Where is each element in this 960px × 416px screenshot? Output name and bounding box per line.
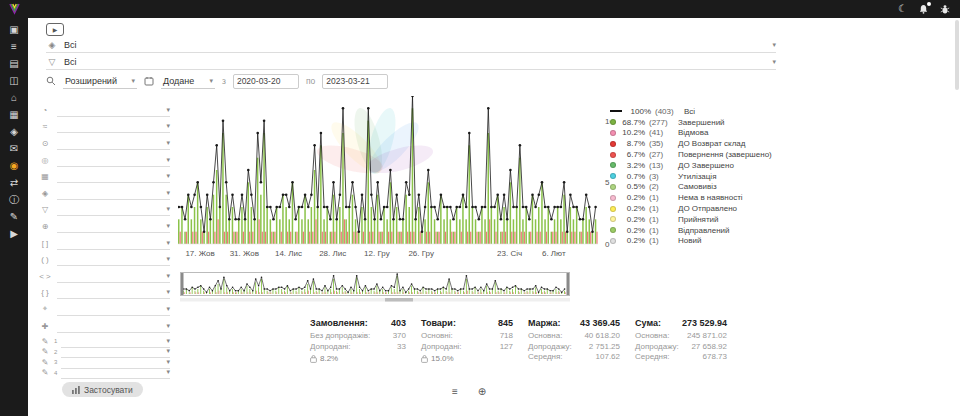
legend-item[interactable]: 6.7%(27)Повернення (завершено) xyxy=(610,149,810,160)
svg-text:28. Лис: 28. Лис xyxy=(319,249,346,258)
legend-item[interactable]: 0.2%(1)ДО Отправлено xyxy=(610,203,810,214)
integrations-icon[interactable]: ⇄ xyxy=(10,178,18,188)
legend-item[interactable]: 0.7%(3)Утилізація xyxy=(610,171,810,182)
legend-item[interactable]: 0.2%(1)Новий xyxy=(610,236,810,247)
filter-select[interactable]: ▾ xyxy=(57,137,170,150)
stat-label: Товари: xyxy=(421,318,456,328)
stat-subvalue: 27 658.92 xyxy=(691,342,727,353)
legend-percent: 68.7% xyxy=(620,118,645,127)
main-content: ▶ ◈ Всі ▾ ▽ Всі ▾ Розширений ▾ Д xyxy=(28,18,960,416)
analytics-icon[interactable]: ◉ xyxy=(10,161,19,171)
stat-label: Сума: xyxy=(635,318,661,328)
legend-percent: 10.2% xyxy=(620,128,645,137)
filter-icon: ◎ xyxy=(38,156,52,165)
scrollbar-thumb xyxy=(385,298,413,302)
legend-item[interactable]: 68.7%(277)Завершений xyxy=(610,117,810,128)
chart-brush-overview[interactable] xyxy=(180,272,575,306)
dashboard-icon[interactable]: ▣ xyxy=(9,25,18,35)
info-icon[interactable]: ⓘ xyxy=(9,195,19,205)
edit-icon[interactable]: ✎ xyxy=(10,212,18,222)
chevron-down-icon: ▾ xyxy=(166,172,170,180)
svg-text:14. Лис: 14. Лис xyxy=(275,249,302,258)
stat-column: Маржа:43 369.45Основна:40 618.20Допродаж… xyxy=(528,318,620,363)
funnel-filter-select[interactable]: ▽ Всі ▾ xyxy=(46,54,776,70)
filter-select[interactable]: ▾ xyxy=(57,120,170,133)
filter-select[interactable]: ▾ xyxy=(57,104,170,117)
date-from-input[interactable] xyxy=(233,74,299,89)
stat-subrow: Допродажу:27 658.92 xyxy=(635,342,727,353)
date-field-value: Додане xyxy=(163,76,194,86)
clients-icon[interactable]: ◫ xyxy=(9,76,18,86)
video-tutorial-button[interactable]: ▶ xyxy=(46,23,64,36)
filter-row: ( )▾ xyxy=(38,251,170,268)
video-icon[interactable]: ▶ xyxy=(10,229,18,239)
legend-count: (1) xyxy=(649,193,674,202)
upsell-percent: 8.2% xyxy=(310,354,406,363)
filter-select[interactable]: ▾ xyxy=(57,237,170,250)
filter-icon: ▦ xyxy=(38,172,52,181)
filter-select[interactable]: ▾ xyxy=(57,154,170,167)
filter-select[interactable]: ▾ xyxy=(61,366,170,379)
legend-label: ДО Завершено xyxy=(678,161,734,170)
stat-sublabel: Середня: xyxy=(528,352,563,363)
filter-select[interactable]: ▾ xyxy=(57,253,170,266)
svg-text:17. Жов: 17. Жов xyxy=(185,249,214,258)
home-icon[interactable]: ⌂ xyxy=(11,93,17,103)
legend-item[interactable]: 3.2%(13)ДО Завершено xyxy=(610,160,810,171)
legend-label: Прийнятий xyxy=(678,215,719,224)
filter-icon: ⊙ xyxy=(38,139,52,148)
pencil-number: 2 xyxy=(54,349,59,355)
legend-dot xyxy=(610,195,616,201)
legend-item[interactable]: 0.2%(1)Прийнятий xyxy=(610,214,810,225)
date-field-select[interactable]: Додане ▾ xyxy=(161,74,215,89)
filter-select[interactable]: ▾ xyxy=(57,270,170,283)
legend-item[interactable]: 0.5%(2)Самовивіз xyxy=(610,182,810,193)
filter-select[interactable]: ▾ xyxy=(57,220,170,233)
legend-item[interactable]: 10.2%(41)Відмова xyxy=(610,128,810,139)
filter-select[interactable]: ▾ xyxy=(57,286,170,299)
status-filter-select[interactable]: ◈ Всі ▾ xyxy=(46,37,776,53)
apply-button[interactable]: Застосувати xyxy=(62,382,143,397)
filter-select[interactable]: ▾ xyxy=(57,203,170,216)
search-mode-select[interactable]: Розширений ▾ xyxy=(63,74,137,89)
filter-select[interactable]: ▾ xyxy=(57,170,170,183)
debug-bug-icon[interactable] xyxy=(940,4,950,14)
tags-icon[interactable]: ◈ xyxy=(10,127,18,137)
filter-icon: [ ] xyxy=(38,239,52,248)
filter-select[interactable]: ▾ xyxy=(57,187,170,200)
chevron-down-icon: ▾ xyxy=(772,41,776,49)
list-view-icon[interactable]: ≡ xyxy=(452,386,458,397)
app-logo-icon xyxy=(8,3,21,15)
products-icon[interactable]: ▦ xyxy=(9,110,18,120)
legend-item[interactable]: 100%(403)Всі xyxy=(610,106,810,117)
filter-select[interactable]: ▾ xyxy=(57,303,170,316)
globe-icon[interactable]: ⊕ xyxy=(478,386,486,397)
legend-dot xyxy=(610,162,616,168)
legend-count: (1) xyxy=(649,226,674,235)
legend-item[interactable]: 0.2%(1)Нема в наявності xyxy=(610,192,810,203)
stat-sublabel: Допродані: xyxy=(310,342,351,353)
legend-dot xyxy=(610,173,616,179)
legend-label: Відправлений xyxy=(678,226,730,235)
legend-item[interactable]: 0.2%(1)Відправлений xyxy=(610,225,810,236)
filter-row: [ ]▾ xyxy=(38,235,170,252)
stat-value: 273 529.94 xyxy=(682,318,727,328)
filter-row: < >▾ xyxy=(38,268,170,285)
theme-moon-icon[interactable]: ☾ xyxy=(898,4,907,14)
filter-select[interactable]: ▾ xyxy=(57,320,170,333)
mail-icon[interactable]: ✉ xyxy=(10,144,18,154)
vertical-scrollbar[interactable] xyxy=(955,20,959,90)
date-to-input[interactable] xyxy=(322,74,388,89)
filter-row: ≈▾ xyxy=(38,119,170,136)
catalog-icon[interactable]: ▤ xyxy=(9,59,18,69)
legend-item[interactable]: 8.7%(35)ДО Возврат склад xyxy=(610,138,810,149)
legend-percent: 100% xyxy=(626,107,651,116)
notifications-bell-icon[interactable] xyxy=(919,4,928,14)
chevron-down-icon: ▾ xyxy=(166,156,170,164)
chevron-down-icon: ▾ xyxy=(166,106,170,114)
search-icon[interactable] xyxy=(46,76,56,86)
custom-field-filters: ✎1▾✎2▾✎3▾✎4▾ xyxy=(38,336,170,378)
legend-dot xyxy=(610,227,616,233)
svg-text:23. Січ: 23. Січ xyxy=(497,249,522,258)
orders-icon[interactable]: ≡ xyxy=(11,42,17,52)
